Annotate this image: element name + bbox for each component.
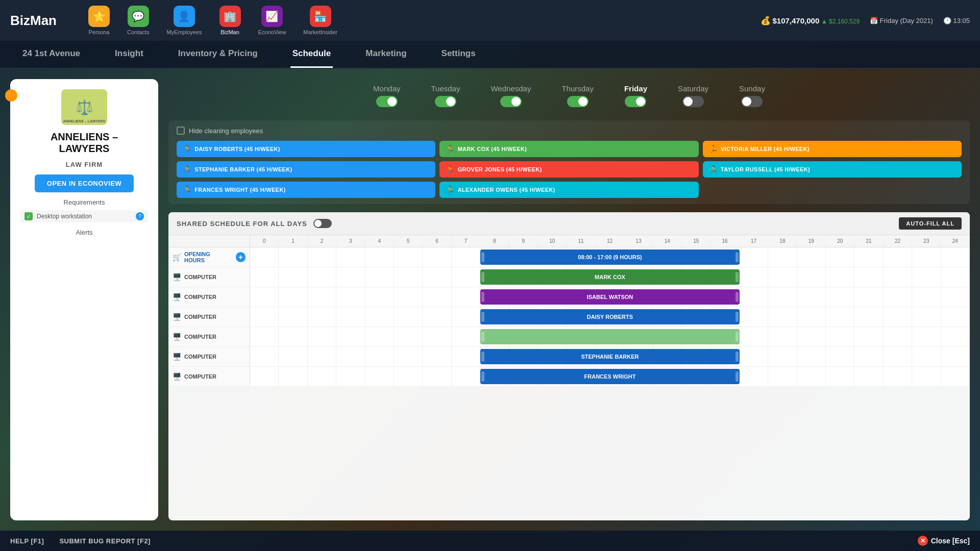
day-tuesday-label: Tuesday: [431, 84, 460, 93]
time-4: 4: [365, 235, 394, 247]
computer-6-icon: 🖥️: [173, 372, 181, 381]
close-button[interactable]: ✕ Close [Esc]: [918, 536, 970, 546]
bar-handle-right: [736, 352, 739, 362]
emp-alexander-owens[interactable]: 🏃 ALEXANDER OWENS (45 H/WEEK): [439, 182, 698, 198]
nav-app-persona[interactable]: ⭐ Persona: [82, 3, 116, 38]
employee-filters: Hide cleaning employees 🏃 DAISY ROBERTS …: [168, 120, 970, 204]
shared-schedule-label: SHARED SCHEDULE FOR ALL DAYS: [177, 220, 307, 228]
emp-grover-label: GROVER JONES (45 H/WEEK): [458, 166, 542, 172]
day-wednesday-label: Wednesday: [491, 84, 531, 93]
emp-icon-frances: 🏃: [183, 186, 191, 194]
requirements-section: Requirements ✓ Desktop workstation ?: [20, 198, 148, 222]
stephanie-barker-bar[interactable]: STEPHANIE BARKER: [480, 349, 740, 364]
subnav-inventory[interactable]: Inventory & Pricing: [176, 41, 260, 68]
time-14: 14: [653, 235, 682, 247]
day-sunday[interactable]: Sunday: [739, 84, 765, 107]
date-label: Friday (Day 2021): [880, 17, 933, 24]
day-monday[interactable]: Monday: [373, 84, 400, 107]
mark-cox-bar-text: MARK COX: [595, 274, 625, 280]
emp-daisy-roberts[interactable]: 🏃 DAISY ROBERTS (45 H/WEEK): [177, 141, 435, 157]
nav-status: 💰 $107,470,000 ▲ $2,160,529 📅 Friday (Da…: [761, 16, 970, 26]
nav-app-marketinsider[interactable]: 🏪 MarketInsider: [297, 3, 344, 38]
emp-stephanie-label: STEPHANIE BARKER (45 H/WEEK): [194, 166, 292, 172]
right-panel: Monday Tuesday Wednesday Thursday Friday…: [168, 79, 970, 520]
sub-nav: 24 1st Avenue Insight Inventory & Pricin…: [0, 41, 980, 69]
main-content: 🟠 ⚖️ ANNELIENS – LAWYERS ANNELIENS –LAWY…: [0, 69, 980, 531]
bar-handle-right: [736, 252, 739, 262]
computer-1-cells: MARK COX: [250, 267, 970, 287]
day-saturday-toggle[interactable]: [682, 96, 704, 107]
close-label: Close [Esc]: [931, 537, 970, 545]
subnav-settings[interactable]: Settings: [439, 41, 478, 68]
shared-schedule-toggle[interactable]: [313, 219, 332, 228]
opening-add-button[interactable]: +: [236, 252, 246, 262]
company-name-area: ANNELIENS –LAWYERS: [20, 131, 148, 155]
nav-app-contacts[interactable]: 💬 Contacts: [121, 3, 155, 38]
daisy-roberts-bar[interactable]: DAISY ROBERTS: [480, 309, 740, 324]
stephanie-barker-bar-text: STEPHANIE BARKER: [581, 354, 639, 360]
logo-area: 🟠 ⚖️ ANNELIENS – LAWYERS: [20, 89, 148, 125]
nav-app-myemployees[interactable]: 👤 MyEmployees: [160, 3, 208, 38]
time-header-row: 0 1 2 3 4 5 6 7 8 9 10 11 12 13: [168, 235, 970, 247]
day-thursday-toggle[interactable]: [567, 96, 589, 107]
bar-handle-left: [481, 352, 484, 362]
emp-mark-cox[interactable]: 🏃 MARK COX (45 H/WEEK): [439, 141, 698, 157]
emp-stephanie-barker[interactable]: 🏃 STEPHANIE BARKER (45 H/WEEK): [177, 161, 435, 178]
schedule-section: SHARED SCHEDULE FOR ALL DAYS AUTO-FILL A…: [168, 212, 970, 520]
subnav-address[interactable]: 24 1st Avenue: [20, 41, 82, 68]
computer-2-icon: 🖥️: [173, 293, 181, 301]
time-10: 10: [538, 235, 567, 247]
time-17: 17: [740, 235, 768, 247]
frances-wright-bar[interactable]: FRANCES WRIGHT: [480, 369, 740, 384]
emp-taylor-russell[interactable]: 🏃 TAYLOR RUSSELL (45 H/WEEK): [703, 161, 962, 178]
computer-2-cells: ISABEL WATSON: [250, 287, 970, 307]
hide-cleaning-checkbox[interactable]: [177, 127, 185, 135]
mark-cox-bar[interactable]: MARK COX: [480, 269, 740, 285]
day-saturday[interactable]: Saturday: [678, 84, 708, 107]
emp-icon-stephanie: 🏃: [183, 165, 191, 173]
nav-apps: ⭐ Persona 💬 Contacts 👤 MyEmployees 🏢 Biz…: [82, 3, 745, 38]
computer-2-text: COMPUTER: [184, 294, 216, 300]
green-light-bar[interactable]: [480, 329, 740, 344]
day-selector: Monday Tuesday Wednesday Thursday Friday…: [168, 79, 970, 112]
req-help-icon[interactable]: ?: [136, 212, 144, 220]
help-button[interactable]: HELP [F1]: [10, 537, 44, 545]
hide-cleaning-row: Hide cleaning employees: [177, 127, 962, 135]
schedule-header: SHARED SCHEDULE FOR ALL DAYS AUTO-FILL A…: [168, 212, 970, 235]
time-5: 5: [394, 235, 423, 247]
day-thursday[interactable]: Thursday: [561, 84, 594, 107]
subnav-schedule[interactable]: Schedule: [290, 41, 333, 68]
day-tuesday-toggle[interactable]: [435, 96, 456, 107]
emp-grover-jones[interactable]: 🏃 GROVER JONES (45 H/WEEK): [439, 161, 698, 178]
open-econoview-button[interactable]: OPEN IN ECONOVIEW: [35, 174, 134, 192]
day-sunday-toggle[interactable]: [741, 96, 763, 107]
time-0: 0: [250, 235, 279, 247]
myemployees-label: MyEmployees: [166, 29, 202, 35]
hide-cleaning-label: Hide cleaning employees: [189, 127, 263, 135]
emp-victoria-miller[interactable]: 🏃 VICTORIA MILLER (45 H/WEEK): [703, 141, 962, 157]
auto-fill-button[interactable]: AUTO-FILL ALL: [899, 217, 962, 230]
day-monday-toggle[interactable]: [376, 96, 398, 107]
day-thursday-label: Thursday: [561, 84, 594, 93]
subnav-insight[interactable]: Insight: [113, 41, 145, 68]
bug-report-button[interactable]: SUBMIT BUG REPORT [F2]: [59, 537, 151, 545]
computer-1-icon: 🖥️: [173, 273, 181, 281]
emp-frances-wright[interactable]: 🏃 FRANCES WRIGHT (45 H/WEEK): [177, 182, 435, 198]
nav-app-bizman[interactable]: 🏢 BizMan: [213, 3, 247, 38]
day-wednesday-toggle[interactable]: [500, 96, 522, 107]
nav-app-econoview[interactable]: 📈 EconoView: [252, 3, 292, 38]
day-tuesday[interactable]: Tuesday: [431, 84, 460, 107]
time-2: 2: [308, 235, 336, 247]
subnav-marketing[interactable]: Marketing: [363, 41, 408, 68]
computer-1-label: 🖥️ COMPUTER: [168, 267, 250, 287]
day-friday-toggle[interactable]: [625, 96, 646, 107]
computer-1-text: COMPUTER: [184, 274, 216, 280]
computer-5-cells: STEPHANIE BARKER: [250, 347, 970, 366]
schedule-grid-container[interactable]: 0 1 2 3 4 5 6 7 8 9 10 11 12 13: [168, 235, 970, 387]
day-wednesday[interactable]: Wednesday: [491, 84, 531, 107]
day-friday[interactable]: Friday: [624, 84, 647, 107]
emp-icon-taylor: 🏃: [709, 165, 718, 173]
opening-hours-bar[interactable]: 08:00 - 17:00 (9 HOURS): [480, 249, 740, 265]
computer-6-cells: FRANCES WRIGHT: [250, 367, 970, 386]
isabel-watson-bar[interactable]: ISABEL WATSON: [480, 289, 740, 305]
